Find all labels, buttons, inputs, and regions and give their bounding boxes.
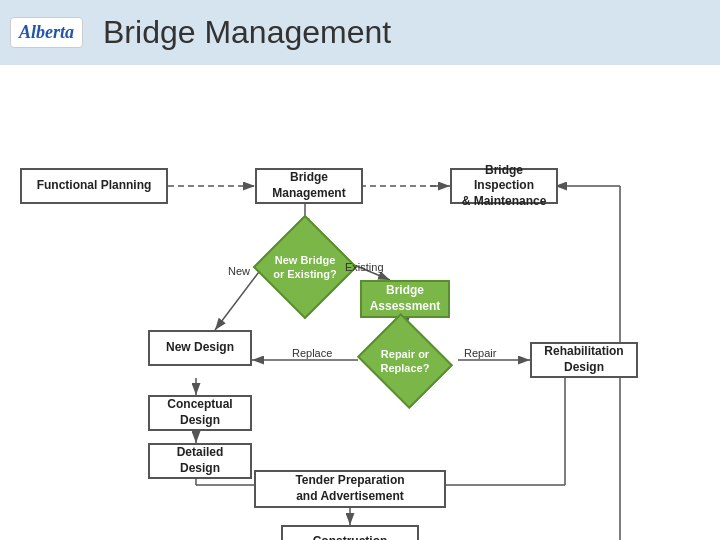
new-bridge-diamond (253, 215, 358, 320)
functional-planning-box: Functional Planning (20, 168, 168, 204)
detailed-design-box: Detailed Design (148, 443, 252, 479)
rehabilitation-design-box: Rehabilitation Design (530, 342, 638, 378)
repair-label: Repair (464, 347, 496, 359)
existing-label: Existing (345, 261, 384, 273)
new-design-box: New Design (148, 330, 252, 366)
new-label: New (228, 265, 250, 277)
conceptual-design-box: Conceptual Design (148, 395, 252, 431)
bridge-assessment-box: Bridge Assessment (360, 280, 450, 318)
bridge-management-box: Bridge Management (255, 168, 363, 204)
logo: Alberta (10, 17, 83, 48)
replace-label: Replace (292, 347, 332, 359)
tender-preparation-box: Tender Preparation and Advertisement (254, 470, 446, 508)
diagram-area: Functional Planning Bridge Management Br… (0, 65, 720, 540)
repair-replace-diamond (357, 313, 453, 409)
construction-box: Construction (281, 525, 419, 540)
header: Alberta Bridge Management (0, 0, 720, 65)
bridge-inspection-box: Bridge Inspection & Maintenance (450, 168, 558, 204)
page-title: Bridge Management (103, 14, 391, 51)
